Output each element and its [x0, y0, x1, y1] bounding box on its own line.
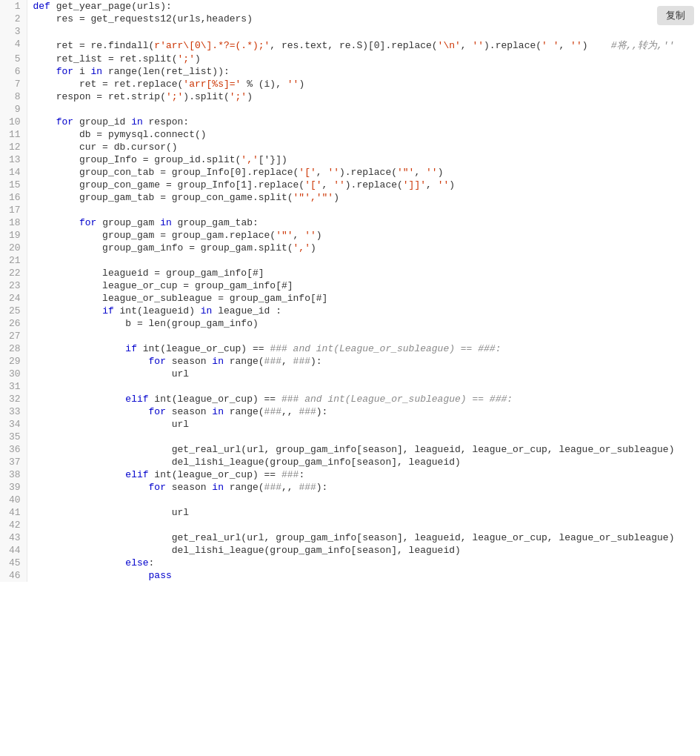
code-token: group_Info = group_id.split( — [33, 154, 241, 165]
code-token: cur = db.cursor() — [33, 142, 178, 153]
table-row: 15 group_con_game = group_Info[1].replac… — [0, 179, 700, 191]
line-number: 29 — [0, 355, 27, 368]
line-code: group_con_tab = group_Info[0].replace('[… — [27, 166, 700, 179]
code-token: '' — [472, 40, 484, 51]
line-number: 31 — [0, 380, 27, 393]
code-token: range(len(ret_list)): — [102, 66, 230, 77]
code-token: range( — [224, 482, 264, 493]
line-code: def get_year_page(urls): — [27, 0, 700, 13]
line-code: pass — [27, 569, 700, 582]
line-number: 6 — [0, 65, 27, 78]
code-token: range( — [224, 356, 264, 367]
code-token: ,, — [281, 482, 299, 493]
code-token: , — [426, 179, 438, 190]
code-token: '' — [333, 179, 345, 190]
table-row: 44 del_lishi_league(group_gam_info[seaso… — [0, 544, 700, 557]
line-number: 24 — [0, 292, 27, 305]
table-row: 40 — [0, 494, 700, 506]
code-token: '[' — [304, 179, 321, 190]
line-number: 30 — [0, 368, 27, 380]
code-token: : — [299, 469, 304, 480]
code-token — [33, 469, 126, 480]
code-token: for — [149, 356, 166, 367]
code-token: range( — [224, 406, 264, 417]
line-number: 42 — [0, 519, 27, 531]
table-row: 8 respon = ret.strip(';').split(';') — [0, 90, 700, 103]
line-code: url — [27, 368, 700, 380]
code-token: '' — [438, 179, 450, 190]
line-number: 13 — [0, 153, 27, 166]
code-token: in — [160, 217, 172, 228]
copy-button[interactable]: 复制 — [657, 6, 694, 25]
table-row: 45 else: — [0, 557, 700, 569]
line-number: 8 — [0, 90, 27, 103]
table-row: 38 elif int(league_or_cup) == ###: — [0, 468, 700, 481]
line-number: 33 — [0, 405, 27, 418]
code-token: i — [73, 66, 90, 77]
code-token: group_gam_tab: — [172, 217, 259, 228]
line-number: 12 — [0, 141, 27, 153]
table-row: 9 — [0, 103, 700, 116]
code-token: league_id : — [212, 305, 281, 316]
table-row: 17 — [0, 204, 700, 216]
line-number: 35 — [0, 431, 27, 443]
line-code — [27, 431, 700, 443]
line-number: 44 — [0, 544, 27, 557]
code-token: group_con_tab = group_Info[0].replace( — [33, 167, 299, 178]
code-token: get_year_page — [56, 1, 131, 12]
code-token: get_real_url(url, group_gam_info[season]… — [33, 444, 675, 455]
code-token: ) — [247, 91, 253, 102]
code-container: 复制 1def get_year_page(urls):2 res = get_… — [0, 0, 700, 756]
code-token: league_or_cup = group_gam_info[#] — [33, 280, 293, 291]
code-token: ): — [310, 356, 322, 367]
line-code: db = pymysql.connect() — [27, 128, 700, 141]
line-number: 4 — [0, 38, 27, 53]
table-row: 18 for group_gam in group_gam_tab: — [0, 216, 700, 229]
code-token: , — [316, 167, 328, 178]
code-token — [33, 305, 103, 316]
code-token: del_lishi_league(group_gam_info[season],… — [33, 545, 461, 556]
code-token: if — [125, 343, 137, 354]
line-code: if int(leagueid) in league_id : — [27, 305, 700, 317]
line-number: 22 — [0, 267, 27, 279]
line-number: 17 — [0, 204, 27, 216]
table-row: 41 url — [0, 506, 700, 519]
code-token: if — [102, 305, 114, 316]
table-row: 12 cur = db.cursor() — [0, 141, 700, 153]
table-row: 23 league_or_cup = group_gam_info[#] — [0, 279, 700, 292]
line-number: 15 — [0, 179, 27, 191]
table-row: 42 — [0, 519, 700, 531]
code-token: ) — [333, 192, 339, 203]
line-code: group_gam_tab = group_con_game.split('"'… — [27, 191, 700, 204]
line-number: 26 — [0, 317, 27, 330]
code-token: % (i), — [241, 79, 287, 90]
code-token: for — [149, 482, 166, 493]
code-token — [33, 570, 149, 581]
code-token — [33, 217, 79, 228]
table-row: 36 get_real_url(url, group_gam_info[seas… — [0, 443, 700, 456]
line-code: elif int(league_or_cup) == ###: — [27, 468, 700, 481]
code-token: ### — [299, 482, 316, 493]
line-code: url — [27, 418, 700, 431]
line-code: get_real_url(url, group_gam_info[season]… — [27, 443, 700, 456]
line-code: group_gam = group_gam.replace('"', '') — [27, 229, 700, 242]
code-token: ) — [449, 179, 455, 190]
line-number: 23 — [0, 279, 27, 292]
line-code: for i in range(len(ret_list)): — [27, 65, 700, 78]
line-number: 46 — [0, 569, 27, 582]
table-row: 28 if int(league_or_cup) == ### and int(… — [0, 342, 700, 355]
line-number: 10 — [0, 116, 27, 128]
code-token: ';' — [166, 91, 183, 102]
table-row: 19 group_gam = group_gam.replace('"', ''… — [0, 229, 700, 242]
code-token: and int(League_or_subleague) == ###: — [287, 343, 501, 354]
code-token: group_gam = group_gam.replace( — [33, 230, 276, 241]
code-token: '' — [304, 230, 316, 241]
code-token: , — [559, 40, 570, 51]
code-token: ';' — [230, 91, 247, 102]
code-token: else — [125, 557, 148, 568]
line-code — [27, 204, 700, 216]
code-token: ) — [316, 230, 322, 241]
code-token: del_lishi_league(group_gam_info[season],… — [33, 457, 461, 468]
code-token — [33, 406, 149, 417]
code-token: ### — [264, 482, 281, 493]
